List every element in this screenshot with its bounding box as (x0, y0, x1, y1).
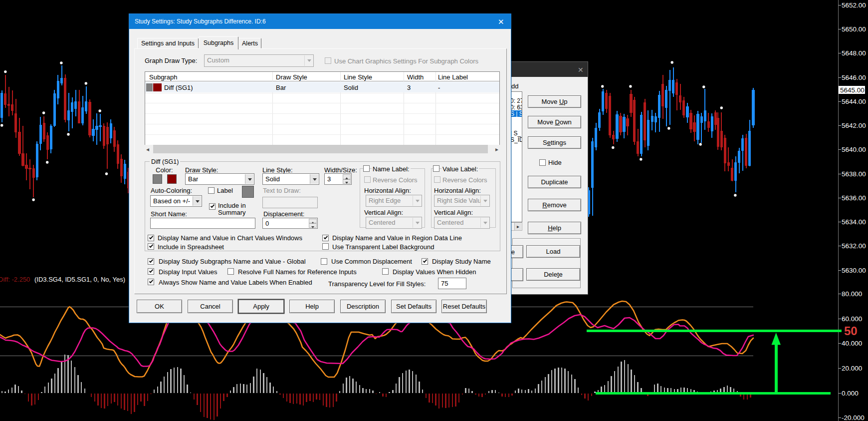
svg-text:-20.000: -20.000 (842, 414, 865, 421)
svg-text:0.000: 0.000 (842, 390, 859, 397)
svg-text:5642.00: 5642.00 (842, 122, 866, 129)
svg-text:5644.00: 5644.00 (842, 98, 866, 105)
svg-text:Diff: -2.250: Diff: -2.250 (0, 276, 30, 283)
svg-text:5650.00: 5650.00 (842, 25, 866, 33)
svg-text:5648.00: 5648.00 (842, 49, 866, 57)
svg-text:5636.00: 5636.00 (842, 194, 866, 202)
svg-text:80.000: 80.000 (842, 290, 862, 298)
svg-text:5640.00: 5640.00 (842, 146, 866, 153)
svg-text:5652.00: 5652.00 (842, 1, 866, 9)
svg-text:50: 50 (844, 324, 858, 338)
svg-text:5638.00: 5638.00 (842, 170, 866, 178)
svg-text:40.000: 40.000 (842, 340, 862, 347)
svg-text:20.000: 20.000 (842, 365, 862, 372)
svg-text:60.000: 60.000 (842, 315, 862, 323)
svg-text:5634.00: 5634.00 (842, 218, 866, 226)
svg-text:5646.00: 5646.00 (842, 74, 866, 81)
svg-text:5630.00: 5630.00 (842, 267, 866, 274)
svg-text:(ID3.SG4, ID5.SG1, 0, No, Yes): (ID3.SG4, ID5.SG1, 0, No, Yes) (34, 276, 125, 283)
svg-text:5645.00: 5645.00 (840, 86, 865, 94)
svg-text:5632.00: 5632.00 (842, 242, 866, 250)
